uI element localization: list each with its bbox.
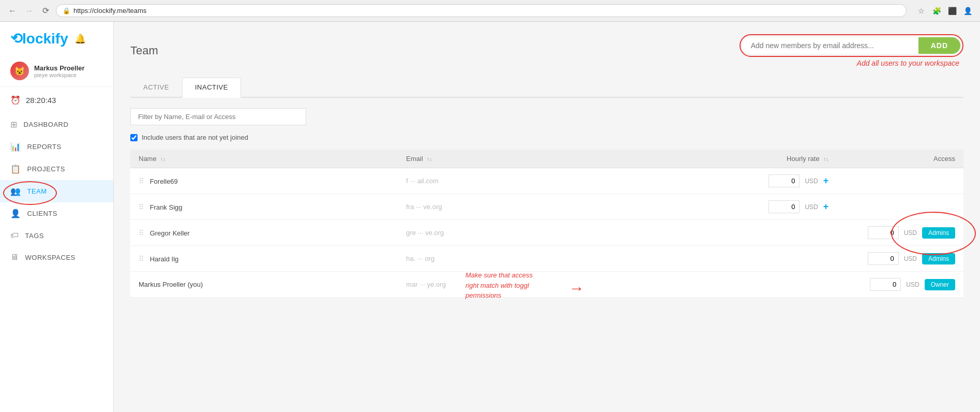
member-name: Frank Sigg [150, 203, 183, 211]
table-row: ⠿ Frank Sigg fra ··· ve.org USD + [130, 194, 963, 220]
reload-button[interactable]: ⟳ [39, 5, 52, 17]
clients-icon: 👤 [10, 209, 21, 218]
forward-button[interactable]: → [23, 5, 35, 17]
cell-name: Markus Proeller (you) [130, 272, 398, 298]
member-name: Forelle69 [150, 178, 178, 185]
sidebar-item-tags[interactable]: 🏷 TAGS [0, 225, 113, 246]
cell-name: ⠿ Harald Ilg [130, 246, 398, 272]
member-name: Harald Ilg [150, 255, 179, 263]
bookmark-button[interactable]: ☆ [915, 5, 927, 17]
rate-input[interactable] [768, 200, 800, 213]
name-sort-icon[interactable]: ↑↓ [160, 156, 165, 162]
member-name: Markus Proeller (you) [139, 281, 203, 288]
tags-icon: 🏷 [10, 231, 19, 240]
tab-inactive[interactable]: INACTIVE [182, 78, 241, 98]
sidebar-item-clients[interactable]: 👤 CLIENTS [0, 202, 113, 225]
table-row: ⠿ Forelle69 f ··· ail.com USD + [130, 168, 963, 194]
rate-input[interactable] [868, 252, 899, 265]
include-label: Include users that are not yet joined [142, 134, 248, 141]
cell-rate: USD + [584, 168, 837, 194]
col-hourly-rate: Hourly rate ↑↓ [584, 150, 837, 168]
access-badge-admin[interactable]: Admins [922, 253, 955, 264]
currency-label: USD [805, 178, 818, 185]
page-title: Team [130, 44, 158, 57]
user-workspace: pieye workspace [34, 72, 85, 78]
bell-icon[interactable]: 🔔 [74, 33, 86, 45]
main-content: Team ADD Add all users to your workspace… [114, 22, 980, 412]
add-workspace-text: Add all users to your workspace [857, 59, 959, 67]
access-plus-button[interactable]: + [823, 175, 829, 186]
rate-input[interactable] [870, 278, 901, 291]
dashboard-icon: ⊞ [10, 120, 18, 129]
add-button[interactable]: ADD [918, 37, 960, 54]
user-info: Markus Proeller pieye workspace [34, 64, 85, 78]
col-email: Email ↑↓ [398, 150, 583, 168]
member-name: Gregor Keller [150, 229, 190, 237]
logo-text: ⟲lockify [10, 30, 68, 47]
annotation-arrow-icon: → [569, 279, 584, 297]
profile-button[interactable]: 👤 [961, 5, 974, 17]
cell-access [837, 168, 963, 194]
timer-text: 28:20:43 [26, 96, 56, 105]
col-access: Access [837, 150, 963, 168]
sidebar-item-projects[interactable]: 📋 PROJECTS [0, 158, 113, 180]
rate-input[interactable] [768, 174, 800, 187]
access-badge-owner[interactable]: Owner [925, 279, 955, 290]
user-name: Markus Proeller [34, 64, 85, 72]
page-header: Team ADD Add all users to your workspace [130, 34, 963, 67]
browser-bar: ← → ⟳ 🔒 https://clockify.me/teams ☆ 🧩 ⬛ … [0, 0, 980, 22]
extension2-button[interactable]: ⬛ [946, 5, 958, 17]
back-button[interactable]: ← [6, 5, 19, 17]
drag-icon[interactable]: ⠿ [139, 255, 144, 263]
sidebar: ⟲lockify 🔔 😺 Markus Proeller pieye works… [0, 22, 114, 412]
sidebar-logo: ⟲lockify 🔔 [0, 22, 113, 55]
rate-input[interactable] [868, 226, 899, 239]
annotation-access-text: Make sure that accessright match with to… [465, 270, 533, 301]
cell-rate: USD + [584, 194, 837, 220]
sidebar-item-dashboard[interactable]: ⊞ DASHBOARD [0, 113, 113, 136]
table-header-row: Name ↑↓ Email ↑↓ Hourly rate ↑↓ Access [130, 150, 963, 168]
team-table: Name ↑↓ Email ↑↓ Hourly rate ↑↓ Access [130, 150, 963, 298]
table-row: Markus Proeller (you) mar ··· ye.org USD… [130, 272, 963, 298]
sidebar-label-tags: TAGS [25, 232, 44, 240]
currency-label: USD [805, 203, 818, 211]
reports-icon: 📊 [10, 142, 21, 152]
cell-name: ⠿ Forelle69 [130, 168, 398, 194]
cell-email: f ··· ail.com [398, 168, 583, 194]
currency-label: USD [904, 255, 917, 262]
app-layout: ⟲lockify 🔔 😺 Markus Proeller pieye works… [0, 22, 980, 412]
table-row: ⠿ Harald Ilg ha. ··· org USD Admins [130, 246, 963, 272]
sidebar-label-clients: CLIENTS [27, 210, 57, 217]
clock-icon: ⏰ [10, 95, 21, 105]
drag-icon[interactable]: ⠿ [139, 177, 144, 185]
projects-icon: 📋 [10, 164, 21, 174]
cell-rate-access: USD Admins [584, 220, 963, 246]
tab-active[interactable]: ACTIVE [130, 78, 182, 97]
email-sort-icon[interactable]: ↑↓ [427, 156, 432, 162]
access-plus-button[interactable]: + [823, 201, 829, 212]
drag-icon[interactable]: ⠿ [139, 229, 144, 237]
access-badge-admin[interactable]: Admins [922, 227, 955, 239]
workspaces-icon: 🖥 [10, 253, 19, 262]
sidebar-nav: ⊞ DASHBOARD 📊 REPORTS 📋 PROJECTS 👥 TEAM … [0, 113, 113, 268]
url-text: https://clockify.me/teams [73, 7, 146, 14]
col-name: Name ↑↓ [130, 150, 398, 168]
user-section: 😺 Markus Proeller pieye workspace [0, 55, 113, 87]
drag-icon[interactable]: ⠿ [139, 203, 144, 211]
include-checkbox-row: Include users that are not yet joined [130, 134, 963, 141]
sidebar-item-workspaces[interactable]: 🖥 WORKSPACES [0, 246, 113, 268]
cell-email: ha. ··· org [398, 246, 583, 272]
add-email-input[interactable] [743, 37, 918, 54]
filter-row [130, 108, 963, 125]
sidebar-item-team[interactable]: 👥 TEAM [0, 180, 113, 202]
cell-email: fra ··· ve.org [398, 194, 583, 220]
url-bar[interactable]: 🔒 https://clockify.me/teams [56, 4, 907, 17]
filter-input[interactable] [130, 108, 306, 125]
team-icon: 👥 [10, 186, 21, 196]
include-checkbox[interactable] [130, 134, 138, 141]
extension1-button[interactable]: 🧩 [930, 5, 943, 17]
sidebar-item-reports[interactable]: 📊 REPORTS [0, 136, 113, 158]
cell-access [837, 194, 963, 220]
sidebar-label-team: TEAM [27, 187, 47, 195]
rate-sort-icon[interactable]: ↑↓ [823, 156, 828, 162]
